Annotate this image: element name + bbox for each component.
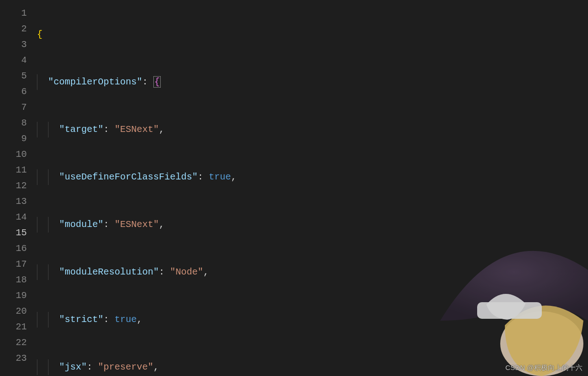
line-number: 3: [0, 37, 37, 53]
line-number: 21: [0, 319, 37, 335]
line-number: 5: [0, 68, 37, 84]
line-number: 4: [0, 53, 37, 68]
line-number: 16: [0, 241, 37, 257]
line-number: 11: [0, 162, 37, 178]
line-number: 15: [0, 225, 37, 241]
line-number: 20: [0, 304, 37, 319]
line-number: 10: [0, 147, 37, 162]
line-number: 13: [0, 194, 37, 209]
line-number: 17: [0, 257, 37, 272]
code-line[interactable]: "target": "ESNext",: [37, 122, 588, 137]
code-line[interactable]: "useDefineForClassFields": true,: [37, 169, 588, 185]
line-number: 7: [0, 100, 37, 115]
code-line[interactable]: "compilerOptions": {: [37, 74, 588, 90]
line-number: 22: [0, 335, 37, 351]
code-line[interactable]: "module": "ESNext",: [37, 217, 588, 233]
line-number: 14: [0, 209, 37, 225]
line-number: 18: [0, 272, 37, 288]
line-number: 12: [0, 178, 37, 194]
code-content[interactable]: { "compilerOptions": { "target": "ESNext…: [37, 0, 588, 376]
line-number: 2: [0, 21, 37, 37]
line-number: 23: [0, 351, 37, 366]
line-number: 19: [0, 288, 37, 304]
bracket-match-highlight: {: [153, 76, 161, 88]
code-line[interactable]: {: [37, 27, 588, 42]
line-number: 1: [0, 6, 37, 21]
line-number: 8: [0, 115, 37, 131]
code-line[interactable]: "moduleResolution": "Node",: [37, 264, 588, 280]
line-number: 6: [0, 84, 37, 100]
line-number-gutter: 1234567891011121314151617181920212223: [0, 0, 37, 376]
watermark-text: CSDN @积极向上的十六: [505, 364, 582, 372]
code-editor[interactable]: 1234567891011121314151617181920212223 { …: [0, 0, 588, 376]
line-number: 9: [0, 131, 37, 147]
code-line[interactable]: "strict": true,: [37, 312, 588, 328]
